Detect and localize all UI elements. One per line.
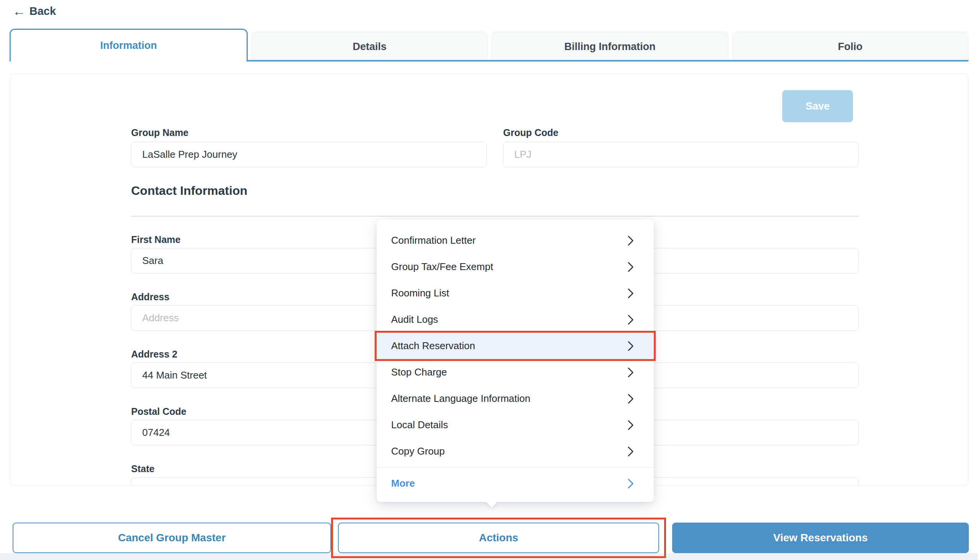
menu-item-label: Rooming List (391, 287, 449, 299)
group-name-label: Group Name (131, 127, 189, 138)
tab-bar: Information Details Billing Information … (10, 28, 968, 62)
tab-information-label: Information (100, 40, 157, 52)
tab-details[interactable]: Details (252, 32, 488, 62)
group-code-input[interactable] (503, 142, 859, 167)
menu-item-label: Stop Charge (391, 366, 447, 378)
menu-item-label: More (391, 477, 415, 489)
tab-billing-information[interactable]: Billing Information (492, 32, 728, 62)
menu-item-label: Attach Reservation (391, 340, 475, 352)
group-name-input[interactable] (131, 142, 487, 167)
chevron-right-icon (627, 314, 634, 325)
bottom-strip (0, 553, 978, 560)
view-reservations-button[interactable]: View Reservations (672, 523, 969, 553)
menu-divider (376, 467, 654, 468)
first-name-label: First Name (131, 234, 181, 245)
actions-label: Actions (479, 532, 518, 544)
tab-folio-label: Folio (838, 41, 863, 53)
group-master-page: ← Back Information Details Billing Infor… (0, 0, 978, 560)
menu-item-label: Local Details (391, 419, 448, 431)
menu-item-confirmation-letter[interactable]: Confirmation Letter (376, 227, 654, 253)
actions-dropdown-menu: Confirmation Letter Group Tax/Fee Exempt… (376, 220, 654, 502)
menu-item-more[interactable]: More (376, 470, 654, 497)
chevron-right-icon (627, 420, 634, 430)
tab-billing-information-label: Billing Information (564, 41, 655, 53)
chevron-right-icon (627, 341, 634, 352)
menu-item-label: Confirmation Letter (391, 235, 476, 247)
menu-item-label: Audit Logs (391, 313, 438, 325)
address2-label: Address 2 (131, 349, 177, 360)
back-button[interactable]: ← Back (13, 5, 56, 18)
tab-information[interactable]: Information (10, 28, 248, 62)
menu-item-label: Group Tax/Fee Exempt (391, 261, 493, 273)
menu-item-alternate-language-information[interactable]: Alternate Language Information (376, 385, 654, 412)
menu-item-audit-logs[interactable]: Audit Logs (376, 307, 654, 333)
cancel-group-master-label: Cancel Group Master (118, 532, 226, 544)
contact-information-heading: Contact Information (131, 184, 247, 198)
postal-code-label: Postal Code (131, 406, 186, 417)
group-code-label: Group Code (503, 127, 558, 138)
actions-button[interactable]: Actions (338, 523, 659, 553)
chevron-right-icon (627, 478, 634, 489)
cancel-group-master-button[interactable]: Cancel Group Master (13, 523, 331, 553)
menu-pointer-notch (486, 495, 497, 507)
chevron-right-icon (627, 393, 634, 404)
chevron-right-icon (627, 288, 634, 299)
menu-item-rooming-list[interactable]: Rooming List (376, 280, 654, 307)
chevron-right-icon (627, 262, 634, 272)
back-arrow-icon: ← (13, 5, 26, 18)
section-divider (131, 216, 859, 217)
tab-folio[interactable]: Folio (732, 32, 969, 62)
menu-item-copy-group[interactable]: Copy Group (376, 438, 654, 465)
menu-item-group-tax-fee-exempt[interactable]: Group Tax/Fee Exempt (376, 253, 654, 280)
tab-details-label: Details (353, 41, 386, 53)
menu-item-label: Copy Group (391, 445, 445, 457)
menu-item-local-details[interactable]: Local Details (376, 412, 654, 438)
chevron-right-icon (627, 446, 634, 457)
chevron-right-icon (627, 367, 634, 378)
state-label: State (131, 463, 154, 475)
chevron-right-icon (627, 235, 634, 246)
menu-item-attach-reservation[interactable]: Attach Reservation (376, 333, 654, 359)
menu-item-label: Alternate Language Information (391, 393, 530, 405)
address-label: Address (131, 292, 169, 303)
save-button[interactable]: Save (782, 90, 853, 122)
back-label: Back (29, 5, 56, 18)
menu-item-stop-charge[interactable]: Stop Charge (376, 359, 654, 385)
